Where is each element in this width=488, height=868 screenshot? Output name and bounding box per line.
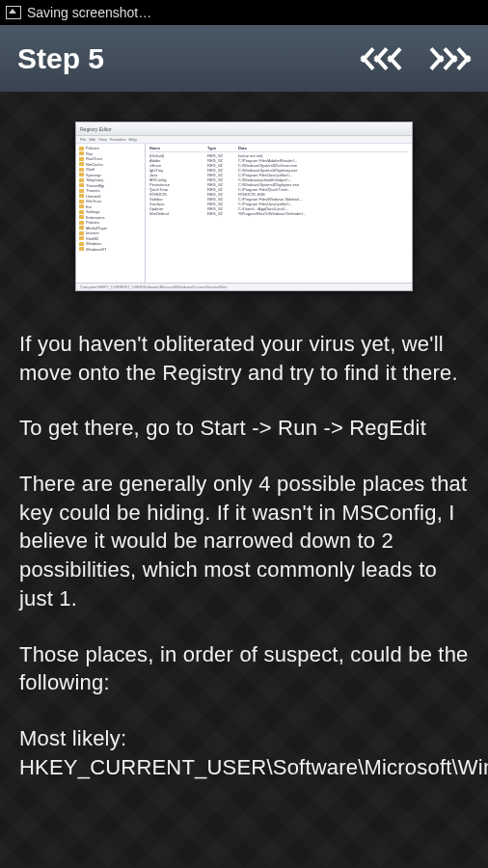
folder-icon (79, 200, 84, 203)
thumb-menubar: File Edit View Favorites Help (76, 136, 412, 144)
folder-icon (79, 221, 84, 225)
folder-icon (79, 226, 84, 230)
next-button[interactable] (430, 45, 471, 72)
col-type: Type (207, 146, 238, 150)
folder-icon (79, 247, 84, 251)
folder-icon (79, 168, 84, 172)
nav-arrows (361, 45, 471, 72)
prev-button[interactable] (361, 45, 401, 72)
thumb-list-header: Name Type Data (149, 146, 408, 152)
chevron-right-icon (430, 45, 444, 72)
thumb-tree-label: WindowsNT (86, 247, 107, 253)
folder-icon (79, 194, 84, 198)
thumb-menu-item: View (98, 137, 107, 142)
thumb-window-title: Registry Editor (80, 126, 112, 132)
chevron-right-icon (444, 45, 457, 72)
status-text: Saving screenshot… (27, 5, 151, 20)
thumb-menu-item: Help (128, 137, 136, 142)
article-body: If you haven't obliterated your virus ye… (19, 330, 469, 781)
thumb-cell: WinDefend (149, 211, 207, 216)
thumb-tree-item: WindowsNT (79, 247, 142, 253)
thumb-cell: REG_SZ (207, 211, 238, 216)
android-status-bar: Saving screenshot… (0, 0, 488, 25)
thumb-cell: %ProgramFiles%\Windows Defender\... (238, 211, 354, 216)
paragraph: If you haven't obliterated your virus ye… (19, 330, 469, 387)
content-area: Registry Editor File Edit View Favorites… (0, 93, 488, 868)
chevron-right-icon (457, 45, 471, 72)
thumb-status-path: Computer\HKEY_CURRENT_USER\Software\Micr… (80, 285, 228, 289)
paragraph: Most likely: HKEY_CURRENT_USER\Software\… (19, 724, 469, 781)
paragraph: To get there, go to Start -> Run -> RegE… (19, 414, 469, 443)
folder-icon (79, 147, 84, 150)
thumb-list-row: WinDefendREG_SZ%ProgramFiles%\Windows De… (149, 211, 408, 216)
folder-icon (79, 178, 84, 182)
thumb-body: PoliciesRunRunOnceNetCacheShellSyncmgrTe… (76, 144, 412, 283)
thumb-menu-item: Favorites (110, 137, 125, 142)
folder-icon (79, 189, 84, 193)
paragraph: Those places, in order of suspect, could… (19, 640, 469, 697)
folder-icon (79, 236, 84, 240)
folder-icon (79, 210, 84, 214)
picture-icon (6, 6, 21, 19)
chevron-left-icon (374, 45, 388, 72)
page-title: Step 5 (17, 42, 104, 75)
folder-icon (79, 151, 84, 155)
chevron-left-icon (388, 45, 401, 72)
thumb-list-rows: (Default)REG_SZ(value not set)AdobeREG_S… (149, 153, 408, 216)
folder-icon (79, 162, 84, 166)
folder-icon (79, 231, 84, 235)
thumb-tree-panel: PoliciesRunRunOnceNetCacheShellSyncmgrTe… (76, 144, 146, 283)
folder-icon (79, 204, 84, 208)
folder-icon (79, 242, 84, 246)
app-header: Step 5 (0, 25, 488, 93)
col-name: Name (149, 146, 207, 150)
thumb-menu-item: File (80, 137, 86, 142)
folder-icon (79, 215, 84, 219)
chevron-left-icon (361, 45, 374, 72)
registry-editor-thumbnail[interactable]: Registry Editor File Edit View Favorites… (75, 122, 413, 291)
folder-icon (79, 157, 84, 161)
thumb-titlebar: Registry Editor (76, 122, 412, 136)
thumb-list-panel: Name Type Data (Default)REG_SZ(value not… (146, 144, 412, 283)
folder-icon (79, 183, 84, 187)
thumb-menu-item: Edit (89, 137, 95, 142)
col-data: Data (238, 146, 354, 150)
paragraph: There are generally only 4 possible plac… (19, 470, 469, 612)
thumb-status-bar: Computer\HKEY_CURRENT_USER\Software\Micr… (76, 283, 412, 290)
folder-icon (79, 173, 84, 176)
